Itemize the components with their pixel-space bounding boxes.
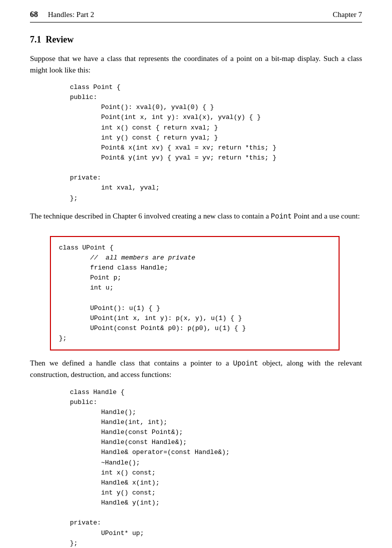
section-title: 7.1 Review: [30, 34, 362, 45]
header-title: Handles: Part 2: [48, 10, 94, 19]
handle-intro-text: Then we defined a handle class that cont…: [30, 359, 233, 367]
section-heading: Review: [46, 34, 74, 44]
technique-paragraph: The technique described in Chapter 6 inv…: [30, 210, 362, 222]
page-header: 68 Handles: Part 2 Chapter 7: [30, 10, 362, 22]
intro-paragraph: Suppose that we have a class that repres…: [30, 53, 362, 76]
upoint-inline-code: Upoint: [233, 360, 258, 368]
upoint-class-code: class UPoint { // all members are privat…: [50, 236, 340, 350]
point-inline-code: Point: [271, 212, 292, 220]
section-number: 7.1: [30, 34, 41, 44]
header-chapter: Chapter 7: [333, 10, 362, 19]
upoint-end: };: [59, 334, 67, 342]
handle-class-code: class Handle { public: Handle(); Handle(…: [70, 388, 362, 548]
page: 68 Handles: Part 2 Chapter 7 7.1 Review …: [0, 0, 392, 548]
page-number: 68: [30, 10, 38, 19]
upoint-line1: class UPoint {: [59, 244, 113, 252]
point-class-code: class Point { public: Point(): xval(0), …: [70, 82, 362, 204]
header-left: 68 Handles: Part 2: [30, 10, 94, 19]
handle-intro-paragraph: Then we defined a handle class that cont…: [30, 358, 362, 380]
upoint-comment: // all members are private: [59, 254, 195, 262]
upoint-body: friend class Handle; Point p; int u; UPo…: [59, 264, 246, 332]
technique-text: The technique described in Chapter 6 inv…: [30, 212, 269, 220]
technique-text2: Point and a use count:: [294, 212, 360, 220]
